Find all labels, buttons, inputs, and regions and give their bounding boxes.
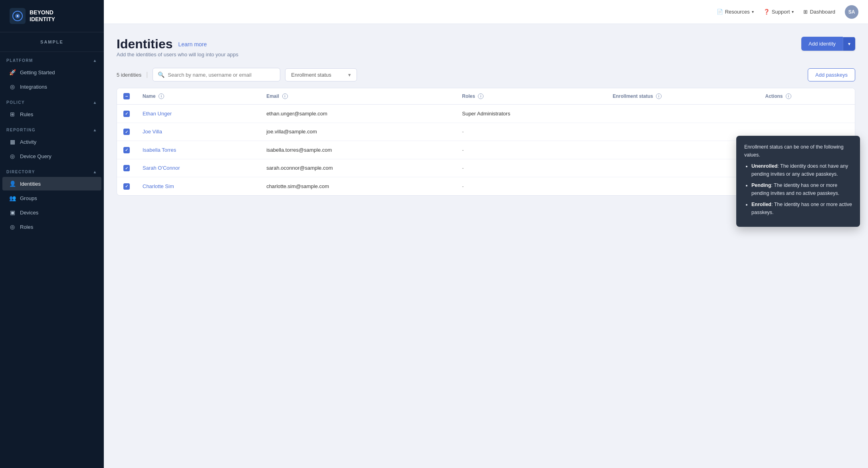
identity-count: 5 identities <box>117 72 141 78</box>
devices-icon: ▣ <box>9 209 16 216</box>
search-box: 🔍 <box>153 68 280 81</box>
sidebar: BEYOND IDENTITY SAMPLE PLATFORM ▲ 🚀 Gett… <box>0 0 104 468</box>
page-title-row: Identities Learn more Add the identities… <box>117 37 855 66</box>
tenant-name: SAMPLE <box>0 32 104 52</box>
sidebar-item-devices[interactable]: ▣ Devices <box>2 206 101 219</box>
enrollment-status-column-header: Enrollment status i <box>606 88 759 105</box>
section-policy[interactable]: POLICY ▲ <box>0 94 104 107</box>
sidebar-item-getting-started[interactable]: 🚀 Getting Started <box>2 65 101 79</box>
sidebar-item-activity[interactable]: ▦ Activity <box>2 135 101 149</box>
name-column-header: Name i <box>136 88 260 105</box>
section-directory[interactable]: DIRECTORY ▲ <box>0 163 104 176</box>
row-actions <box>759 105 855 123</box>
row-name: Isabella Torres <box>136 141 260 159</box>
avatar[interactable]: SA <box>845 5 858 19</box>
svg-point-2 <box>17 15 18 17</box>
row-email: charlotte.sim@sample.com <box>260 177 456 195</box>
sidebar-item-roles[interactable]: ◎ Roles <box>2 220 101 234</box>
sidebar-item-label: Integrations <box>20 84 47 90</box>
dashboard-label: Dashboard <box>810 9 835 15</box>
support-menu[interactable]: ❓ Support ▾ <box>763 9 794 15</box>
tooltip-item: Unenrolled: The identity does not have a… <box>751 162 852 178</box>
email-info-icon[interactable]: i <box>282 93 288 99</box>
select-all-checkbox[interactable] <box>123 93 130 99</box>
sidebar-item-device-query[interactable]: ◎ Device Query <box>2 149 101 163</box>
sidebar-item-label: Activity <box>20 139 36 145</box>
logo: BEYOND IDENTITY <box>0 0 104 32</box>
chevron-down-icon: ▾ <box>752 10 754 14</box>
row-checkbox[interactable] <box>123 183 130 190</box>
learn-more-link[interactable]: Learn more <box>178 41 207 48</box>
table-row: Ethan Unger ethan.unger@sample.com Super… <box>117 105 855 123</box>
row-checkbox[interactable] <box>123 111 130 117</box>
roles-column-header: Roles i <box>456 88 606 105</box>
enrollment-status-filter[interactable]: Enrollment status ▾ <box>285 68 357 81</box>
chevron-up-icon: ▲ <box>93 58 97 63</box>
roles-info-icon[interactable]: i <box>478 93 484 99</box>
row-name: Charlotte Sim <box>136 177 260 195</box>
page-subtitle: Add the identities of users who will log… <box>117 52 238 58</box>
add-identity-main-button[interactable]: Add identity <box>801 37 843 51</box>
sidebar-item-label: Identities <box>20 181 41 187</box>
actions-info-icon[interactable]: i <box>786 93 791 99</box>
name-info-icon[interactable]: i <box>159 93 164 99</box>
search-input[interactable] <box>168 72 275 78</box>
section-platform[interactable]: PLATFORM ▲ <box>0 52 104 65</box>
table-header-row: Name i Email i Roles i Enrollment status… <box>117 88 855 105</box>
row-checkbox-cell <box>117 177 136 195</box>
enrollment-status-tooltip: Enrollment status can be one of the foll… <box>736 136 860 227</box>
chevron-up-icon: ▲ <box>93 128 97 132</box>
row-checkbox-cell <box>117 141 136 159</box>
row-roles: - <box>456 177 606 195</box>
section-reporting[interactable]: REPORTING ▲ <box>0 121 104 135</box>
resources-icon: 📄 <box>717 9 723 15</box>
sidebar-item-label: Roles <box>20 224 33 230</box>
groups-icon: 👥 <box>9 195 16 201</box>
activity-icon: ▦ <box>9 139 16 145</box>
identity-icon: 👤 <box>9 180 16 187</box>
dashboard-link[interactable]: ⊞ Dashboard <box>803 9 835 15</box>
device-query-icon: ◎ <box>9 153 16 159</box>
resources-menu[interactable]: 📄 Resources ▾ <box>717 9 754 15</box>
row-roles: Super Administrators <box>456 105 606 123</box>
enrollment-status-info-icon[interactable]: i <box>656 93 662 99</box>
sidebar-item-groups[interactable]: 👥 Groups <box>2 191 101 205</box>
rocket-icon: 🚀 <box>9 69 16 75</box>
integrations-icon: ◎ <box>9 83 16 90</box>
row-checkbox-cell <box>117 159 136 177</box>
row-email: joe.villa@sample.com <box>260 123 456 141</box>
row-checkbox[interactable] <box>123 129 130 135</box>
chevron-down-icon: ▾ <box>792 10 794 14</box>
search-icon: 🔍 <box>158 71 164 78</box>
rules-icon: ⊞ <box>9 111 16 117</box>
roles-icon: ◎ <box>9 224 16 230</box>
add-identity-dropdown-button[interactable]: ▾ <box>843 37 855 51</box>
row-checkbox[interactable] <box>123 147 130 153</box>
add-identity-button-group: Add identity ▾ <box>801 37 855 51</box>
actions-column-header: Actions i <box>759 88 855 105</box>
select-all-header <box>117 88 136 105</box>
chevron-down-icon: ▾ <box>348 72 351 78</box>
sidebar-item-integrations[interactable]: ◎ Integrations <box>2 80 101 93</box>
row-name: Joe Villa <box>136 123 260 141</box>
row-email: isabella.torres@sample.com <box>260 141 456 159</box>
support-icon: ❓ <box>763 9 770 15</box>
support-label: Support <box>772 9 790 15</box>
dashboard-icon: ⊞ <box>803 9 808 15</box>
row-roles: - <box>456 141 606 159</box>
chevron-up-icon: ▲ <box>93 100 97 105</box>
add-passkeys-button[interactable]: Add passkeys <box>808 68 855 81</box>
sidebar-item-label: Devices <box>20 210 38 216</box>
tooltip-intro: Enrollment status can be one of the foll… <box>744 143 852 159</box>
sidebar-item-label: Device Query <box>20 153 52 159</box>
toolbar: 5 identities | 🔍 Enrollment status ▾ Add… <box>117 68 855 81</box>
logo-icon <box>10 8 26 24</box>
filter-label: Enrollment status <box>291 72 331 78</box>
row-name: Ethan Unger <box>136 105 260 123</box>
sidebar-item-rules[interactable]: ⊞ Rules <box>2 107 101 121</box>
row-roles: - <box>456 159 606 177</box>
sidebar-item-identities[interactable]: 👤 Identities <box>2 177 101 190</box>
divider: | <box>146 71 148 78</box>
page-title: Identities Learn more <box>117 37 238 52</box>
row-checkbox[interactable] <box>123 165 130 171</box>
